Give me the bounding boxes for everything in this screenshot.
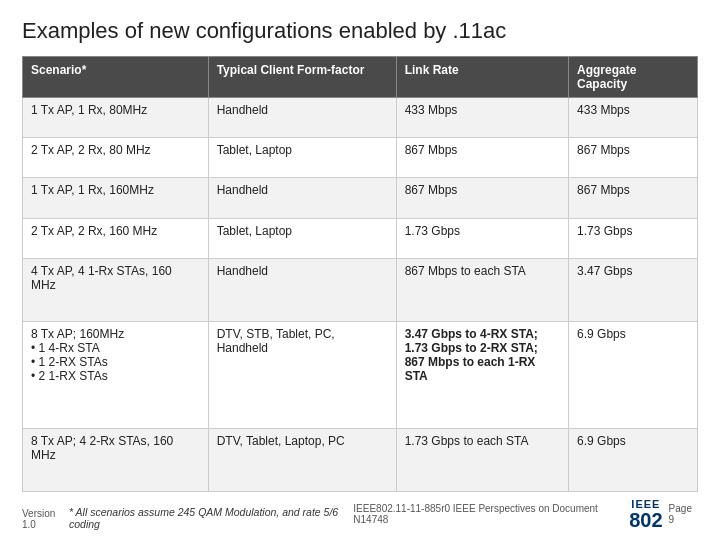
- table-row: 2 Tx AP, 2 Rx, 80 MHzTablet, Laptop867 M…: [23, 138, 698, 178]
- cell-agg-capacity: 867 Mbps: [569, 138, 698, 178]
- cell-scenario: 8 Tx AP; 4 2-Rx STAs, 160 MHz: [23, 429, 209, 492]
- col-header-link-rate: Link Rate: [396, 57, 568, 98]
- page-title: Examples of new configurations enabled b…: [22, 18, 698, 44]
- cell-link-rate: 867 Mbps: [396, 178, 568, 218]
- table-row: 4 Tx AP, 4 1-Rx STAs, 160 MHzHandheld867…: [23, 258, 698, 321]
- cell-agg-capacity: 6.9 Gbps: [569, 321, 698, 429]
- cell-agg-capacity: 433 Mbps: [569, 98, 698, 138]
- cell-link-rate: 433 Mbps: [396, 98, 568, 138]
- cell-scenario: 2 Tx AP, 2 Rx, 80 MHz: [23, 138, 209, 178]
- cell-client: Handheld: [208, 258, 396, 321]
- cell-scenario: 2 Tx AP, 2 Rx, 160 MHz: [23, 218, 209, 258]
- cell-client: Handheld: [208, 178, 396, 218]
- footer-center: IEEE802.11-11-885r0 IEEE Perspectives on…: [353, 503, 615, 525]
- cell-client: Handheld: [208, 98, 396, 138]
- col-header-scenario: Scenario*: [23, 57, 209, 98]
- ieee-badge: IEEE 802: [629, 498, 662, 530]
- cell-agg-capacity: 6.9 Gbps: [569, 429, 698, 492]
- cell-link-rate: 1.73 Gbps: [396, 218, 568, 258]
- ieee-num: 802: [629, 510, 662, 530]
- table-header-row: Scenario* Typical Client Form-factor Lin…: [23, 57, 698, 98]
- table-row: 1 Tx AP, 1 Rx, 160MHzHandheld867 Mbps867…: [23, 178, 698, 218]
- col-header-agg-capacity: Aggregate Capacity: [569, 57, 698, 98]
- cell-link-rate: 867 Mbps to each STA: [396, 258, 568, 321]
- cell-client: Tablet, Laptop: [208, 218, 396, 258]
- cell-scenario: 8 Tx AP; 160MHz• 1 4-Rx STA• 1 2-RX STAs…: [23, 321, 209, 429]
- cell-agg-capacity: 1.73 Gbps: [569, 218, 698, 258]
- table-row: 1 Tx AP, 1 Rx, 80MHzHandheld433 Mbps433 …: [23, 98, 698, 138]
- table-row: 8 Tx AP; 4 2-Rx STAs, 160 MHzDTV, Tablet…: [23, 429, 698, 492]
- cell-link-rate: 1.73 Gbps to each STA: [396, 429, 568, 492]
- cell-link-rate: 867 Mbps: [396, 138, 568, 178]
- cell-scenario: 1 Tx AP, 1 Rx, 160MHz: [23, 178, 209, 218]
- page: Examples of new configurations enabled b…: [0, 0, 720, 540]
- cell-client: Tablet, Laptop: [208, 138, 396, 178]
- cell-client: DTV, STB, Tablet, PC, Handheld: [208, 321, 396, 429]
- table-row: 8 Tx AP; 160MHz• 1 4-Rx STA• 1 2-RX STAs…: [23, 321, 698, 429]
- cell-scenario: 1 Tx AP, 1 Rx, 80MHz: [23, 98, 209, 138]
- page-footer: Version 1.0 * All scenarios assume 245 Q…: [22, 498, 698, 530]
- footer-note: * All scenarios assume 245 QAM Modulatio…: [69, 506, 353, 530]
- cell-client: DTV, Tablet, Laptop, PC: [208, 429, 396, 492]
- cell-link-rate: 3.47 Gbps to 4-RX STA;1.73 Gbps to 2-RX …: [396, 321, 568, 429]
- footer-page: Page 9: [669, 503, 698, 525]
- footer-version: Version 1.0: [22, 508, 69, 530]
- footer-right: IEEE802.11-11-885r0 IEEE Perspectives on…: [353, 498, 698, 530]
- col-header-client: Typical Client Form-factor: [208, 57, 396, 98]
- cell-agg-capacity: 3.47 Gbps: [569, 258, 698, 321]
- config-table: Scenario* Typical Client Form-factor Lin…: [22, 56, 698, 492]
- table-row: 2 Tx AP, 2 Rx, 160 MHzTablet, Laptop1.73…: [23, 218, 698, 258]
- cell-agg-capacity: 867 Mbps: [569, 178, 698, 218]
- cell-scenario: 4 Tx AP, 4 1-Rx STAs, 160 MHz: [23, 258, 209, 321]
